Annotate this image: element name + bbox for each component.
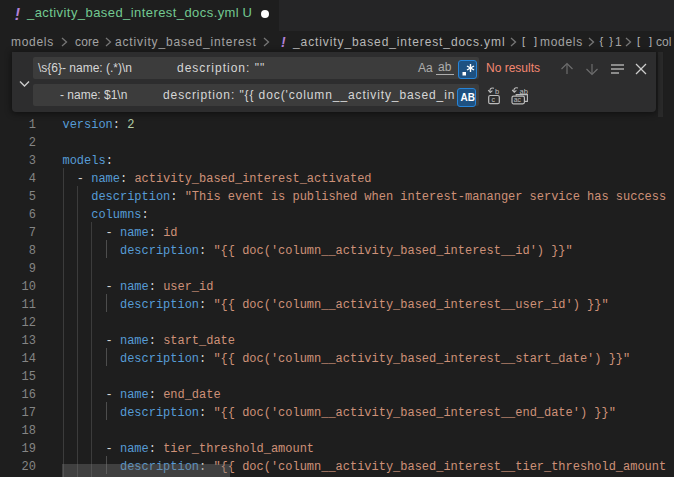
svg-text:ac: ac <box>514 96 522 103</box>
svg-text:b: b <box>495 87 499 96</box>
svg-text:c: c <box>492 96 496 103</box>
